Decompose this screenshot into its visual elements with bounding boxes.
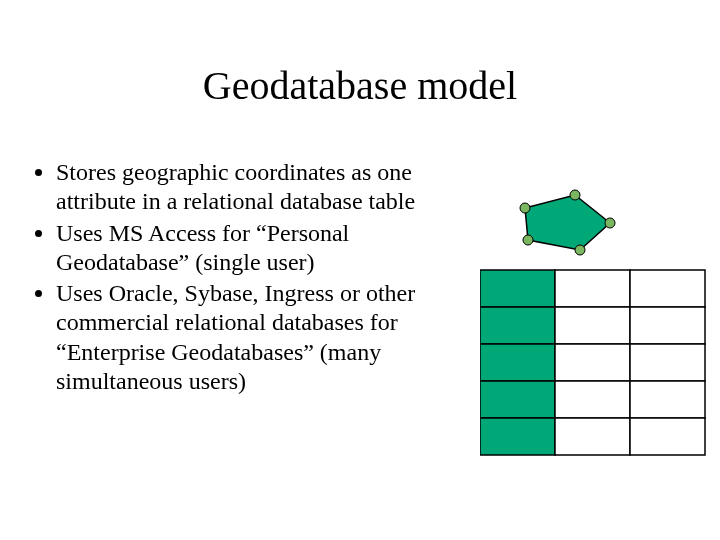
polygon-shape (525, 195, 610, 250)
table-cell (555, 307, 630, 344)
table-cell (480, 381, 555, 418)
bullet-item: Uses Oracle, Sybase, Ingress or other co… (56, 279, 458, 396)
table-cell (630, 344, 705, 381)
table-cell (630, 418, 705, 455)
table-cell (630, 381, 705, 418)
polygon-icon (520, 190, 615, 255)
node-icon (523, 235, 533, 245)
slide-title: Geodatabase model (0, 62, 720, 109)
table-cell (630, 307, 705, 344)
node-icon (575, 245, 585, 255)
node-icon (520, 203, 530, 213)
node-icon (605, 218, 615, 228)
bullet-list: Stores geographic coordinates as one att… (28, 158, 458, 398)
table-cell (480, 307, 555, 344)
node-icon (570, 190, 580, 200)
table-cell (555, 381, 630, 418)
table-cell (480, 418, 555, 455)
geodatabase-diagram-svg (480, 185, 710, 475)
table-icon (480, 270, 705, 455)
table-cell (555, 344, 630, 381)
table-cell (480, 344, 555, 381)
table-cell (630, 270, 705, 307)
bullet-item: Stores geographic coordinates as one att… (56, 158, 458, 217)
diagram (480, 185, 710, 475)
table-cell (555, 270, 630, 307)
table-cell (480, 270, 555, 307)
bullet-item: Uses MS Access for “Personal Geodatabase… (56, 219, 458, 278)
slide: Geodatabase model Stores geographic coor… (0, 0, 720, 540)
table-cell (555, 418, 630, 455)
